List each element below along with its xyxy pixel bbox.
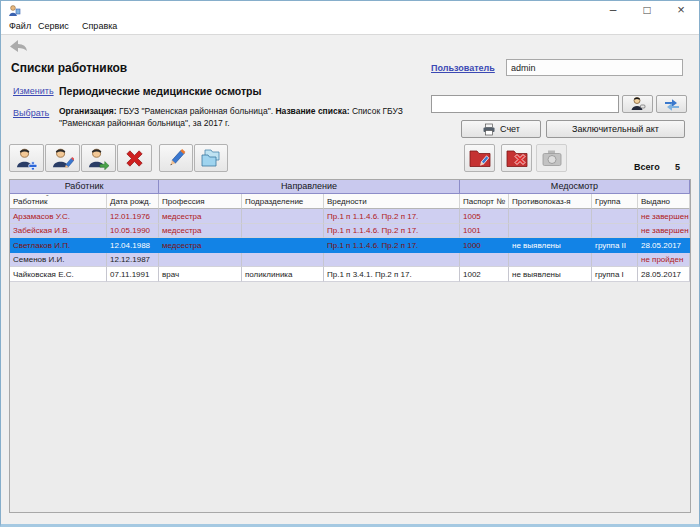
folder-delete-icon xyxy=(505,147,529,169)
table-row[interactable]: Чайковская Е.С.07.11.1991врачполиклиника… xyxy=(10,267,690,282)
person-search-icon xyxy=(629,96,647,112)
table-cell[interactable]: медсестра xyxy=(159,209,242,224)
edit-list-button[interactable] xyxy=(464,144,495,172)
refresh-button[interactable] xyxy=(656,95,687,113)
table-cell[interactable]: 1000 xyxy=(460,238,509,253)
menu-file[interactable]: Файл xyxy=(6,20,34,32)
invoice-button[interactable]: Счет xyxy=(461,120,541,138)
table-cell[interactable]: не завершен xyxy=(638,224,690,239)
table-cell[interactable]: Пр.1 п 1.1.4.6. Пр.2 п 17. xyxy=(324,238,460,253)
delete-list-button[interactable] xyxy=(501,144,532,172)
table-cell[interactable]: Семенов И.И. xyxy=(10,253,107,268)
printer-icon xyxy=(482,123,496,136)
table-cell[interactable]: 07.11.1991 xyxy=(107,267,159,282)
add-worker-button[interactable] xyxy=(9,144,44,172)
table-row[interactable]: Светлаков И.П.12.04.1988медсестраПр.1 п … xyxy=(10,238,690,253)
table-cell[interactable]: не завершен xyxy=(638,209,690,224)
table-cell[interactable]: не пройден xyxy=(638,253,690,268)
table-cell[interactable]: Пр.1 п 3.4.1. Пр.2 п 17. xyxy=(324,267,460,282)
table-cell[interactable] xyxy=(242,238,324,253)
camera-icon xyxy=(541,148,563,168)
table-cell[interactable] xyxy=(592,209,638,224)
invoice-button-label: Счет xyxy=(500,124,520,134)
group-header-cell[interactable]: Направление xyxy=(159,180,460,194)
table-cell[interactable] xyxy=(509,253,592,268)
table-row[interactable]: Забейская И.В.10.05.1990медсестраПр.1 п … xyxy=(10,224,690,239)
title-bar: – □ × xyxy=(1,1,699,19)
column-header-cell[interactable]: Дата рожд. xyxy=(107,194,159,209)
table-cell[interactable]: Пр.1 п 1.1.4.6. Пр.2 п 17. xyxy=(324,224,460,239)
delete-worker-button[interactable] xyxy=(117,144,152,172)
table-cell[interactable]: медсестра xyxy=(159,224,242,239)
user-field[interactable] xyxy=(506,59,683,76)
table-cell[interactable] xyxy=(509,224,592,239)
exam-type-title: Периодические медицинские осмотры xyxy=(59,85,261,97)
group-header-cell[interactable]: Медосмотр xyxy=(460,180,690,194)
select-link[interactable]: Выбрать xyxy=(13,108,49,118)
column-header-cell[interactable]: Выдано xyxy=(638,194,690,209)
close-button[interactable]: × xyxy=(667,2,695,18)
table-cell[interactable] xyxy=(324,253,460,268)
menu-help[interactable]: Справка xyxy=(79,20,120,32)
column-header-cell[interactable]: Профессия xyxy=(159,194,242,209)
table-cell[interactable] xyxy=(242,209,324,224)
search-input[interactable] xyxy=(431,95,619,113)
table-cell[interactable] xyxy=(242,253,324,268)
column-header-cell[interactable]: Паспорт № xyxy=(460,194,509,209)
minimize-button[interactable]: – xyxy=(599,2,627,18)
table-cell[interactable]: Арзамасов У.С. xyxy=(10,209,107,224)
table-cell[interactable]: 12.12.1987 xyxy=(107,253,159,268)
table-cell[interactable]: группа I xyxy=(592,267,638,282)
table-cell[interactable]: не выявлены xyxy=(509,267,592,282)
table-cell[interactable]: поликлиника xyxy=(242,267,324,282)
table-cell[interactable]: не выявлены xyxy=(509,238,592,253)
table-cell[interactable]: 1002 xyxy=(460,267,509,282)
list-label: Название списка: xyxy=(275,106,349,116)
table-cell[interactable]: Забейская И.В. xyxy=(10,224,107,239)
table-cell[interactable]: врач xyxy=(159,267,242,282)
edit-record-button[interactable] xyxy=(159,144,193,172)
table-row[interactable]: Арзамасов У.С.12.01.1976медсестраПр.1 п … xyxy=(10,209,690,224)
total-value: 5 xyxy=(675,162,680,172)
column-header-cell[interactable]: Вредности xyxy=(324,194,460,209)
table-cell[interactable]: 1001 xyxy=(460,224,509,239)
table-cell[interactable]: Пр.1 п 1.1.4.6. Пр.2 п 17. xyxy=(324,209,460,224)
edit-link[interactable]: Изменить xyxy=(13,86,54,96)
final-act-button[interactable]: Заключительный акт xyxy=(546,120,685,138)
menu-bar: Файл Сервис Справка xyxy=(1,19,699,35)
table-cell[interactable] xyxy=(159,253,242,268)
table-cell[interactable]: медсестра xyxy=(159,238,242,253)
user-link[interactable]: Пользователь xyxy=(431,63,495,73)
column-header-cell[interactable]: Работникˆ xyxy=(10,194,107,209)
edit-worker-button[interactable] xyxy=(45,144,80,172)
camera-button-disabled xyxy=(536,144,567,172)
table-cell[interactable]: 28.05.2017 xyxy=(638,238,690,253)
table-cell[interactable] xyxy=(509,209,592,224)
table-cell[interactable]: 1005 xyxy=(460,209,509,224)
table-cell[interactable] xyxy=(592,224,638,239)
table-cell[interactable]: 12.01.1976 xyxy=(107,209,159,224)
app-window: – □ × Файл Сервис Справка Списки работни… xyxy=(0,0,700,527)
find-worker-button[interactable] xyxy=(622,95,653,113)
table-cell[interactable]: Светлаков И.П. xyxy=(10,238,107,253)
table-cell[interactable]: группа II xyxy=(592,238,638,253)
table-cell[interactable] xyxy=(460,253,509,268)
copy-record-button[interactable] xyxy=(194,144,228,172)
maximize-button[interactable]: □ xyxy=(633,2,661,18)
table-row[interactable]: Семенов И.И.12.12.1987не пройден xyxy=(10,253,690,268)
table-cell[interactable] xyxy=(592,253,638,268)
table-cell[interactable]: 28.05.2017 xyxy=(638,267,690,282)
table-cell[interactable]: 10.05.1990 xyxy=(107,224,159,239)
table-cell[interactable]: 12.04.1988 xyxy=(107,238,159,253)
org-value: ГБУЗ "Раменская районная больница". xyxy=(117,106,276,116)
import-worker-button[interactable] xyxy=(81,144,116,172)
column-header-cell[interactable]: Группа xyxy=(592,194,638,209)
table-cell[interactable] xyxy=(242,224,324,239)
group-header-cell[interactable]: Работник xyxy=(10,180,159,194)
column-header-cell[interactable]: Противопоказ-я xyxy=(509,194,592,209)
menu-service[interactable]: Сервис xyxy=(35,20,72,32)
add-worker-icon xyxy=(15,147,38,170)
back-arrow-icon xyxy=(9,38,28,53)
column-header-cell[interactable]: Подразделение xyxy=(242,194,324,209)
table-cell[interactable]: Чайковская Е.С. xyxy=(10,267,107,282)
